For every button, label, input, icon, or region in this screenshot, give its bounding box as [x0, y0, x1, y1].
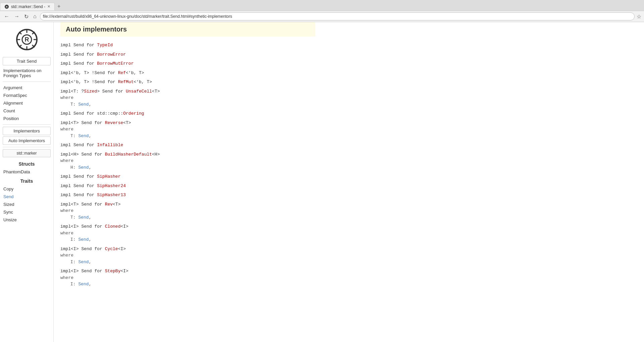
- sidebar-item-argument[interactable]: Argument: [0, 84, 53, 92]
- svg-text:R: R: [24, 36, 29, 43]
- type-link-siphasher24[interactable]: SipHasher24: [97, 183, 126, 188]
- type-link-ref[interactable]: Ref: [118, 70, 126, 75]
- impl-block-4: impl<'b, T> !Send for Ref<'b, T>: [60, 70, 315, 76]
- where-body-8: T: Send,: [60, 133, 315, 139]
- impl-line-4: impl<'b, T> !Send for Ref<'b, T>: [60, 70, 315, 76]
- impl-block-6: impl<T: ?Sized> Send for UnsafeCell<T> w…: [60, 88, 315, 108]
- impl-line-15: impl<I> Send for Cloned<I>: [60, 223, 315, 230]
- where-clause-15: where: [60, 230, 315, 237]
- back-button[interactable]: ←: [3, 13, 11, 20]
- where-clause-16: where: [60, 252, 315, 259]
- where-body-15: I: Send,: [60, 236, 315, 243]
- impl-line-1: impl Send for TypeId: [60, 42, 315, 49]
- type-link-borrowerror[interactable]: BorrowError: [97, 52, 126, 57]
- tab-close-button[interactable]: ✕: [47, 4, 50, 9]
- where-clause-8: where: [60, 126, 315, 133]
- impl-line-16: impl<I> Send for Cycle<I>: [60, 246, 315, 252]
- sidebar-item-count[interactable]: Count: [0, 107, 53, 115]
- where-clause-6: where: [60, 95, 315, 101]
- section-title: Auto implementors: [66, 25, 310, 33]
- send-link-17[interactable]: Send: [78, 282, 89, 287]
- impl-line-9: impl Send for Infallible: [60, 142, 315, 149]
- sidebar-item-position[interactable]: Position: [0, 115, 53, 122]
- forward-button[interactable]: →: [13, 13, 21, 20]
- sidebar-item-impl-foreign[interactable]: Implementations on Foreign Types: [0, 67, 53, 79]
- send-link-14[interactable]: Send: [78, 215, 89, 220]
- sidebar-item-sized[interactable]: Sized: [0, 201, 53, 208]
- type-link-borrowmuterror[interactable]: BorrowMutError: [97, 61, 133, 66]
- where-body-6: T: Send,: [60, 101, 315, 108]
- impl-block-10: impl<H> Send for BuildHasherDefault<H> w…: [60, 151, 315, 171]
- sidebar-item-unsize[interactable]: Unsize: [0, 216, 53, 224]
- address-bar[interactable]: [40, 12, 635, 20]
- sidebar-divider-1: [3, 81, 51, 82]
- impl-line-12: impl Send for SipHasher24: [60, 183, 315, 189]
- type-link-cloned[interactable]: Cloned: [105, 224, 121, 229]
- content-wrapper: Auto implementors impl Send for TypeId i…: [60, 22, 315, 288]
- where-body-17: I: Send,: [60, 281, 315, 288]
- type-link-refmut[interactable]: RefMut: [118, 79, 134, 84]
- sidebar-item-copy[interactable]: Copy: [0, 185, 53, 193]
- tab-bar: R std::marker::Send - ✕ +: [0, 0, 644, 11]
- sidebar-item-sync[interactable]: Sync: [0, 208, 53, 216]
- where-clause-10: where: [60, 158, 315, 164]
- type-link-reverse[interactable]: Reverse: [105, 120, 123, 125]
- impl-line-17: impl<I> Send for StepBy<I>: [60, 268, 315, 275]
- impl-block-11: impl Send for SipHasher: [60, 173, 315, 180]
- trait-send-box[interactable]: Trait Send: [3, 57, 51, 65]
- type-link-siphasher13[interactable]: SipHasher13: [97, 192, 126, 197]
- impl-line-11: impl Send for SipHasher: [60, 173, 315, 180]
- section-header: Auto implementors: [60, 22, 315, 37]
- structs-section-title: Structs: [0, 159, 53, 168]
- impl-line-14: impl<T> Send for Rev<T>: [60, 201, 315, 208]
- type-link-siphasher[interactable]: SipHasher: [97, 174, 120, 179]
- new-tab-button[interactable]: +: [55, 2, 63, 11]
- where-clause-14: where: [60, 208, 315, 214]
- type-link-unsafecell[interactable]: UnsafeCell: [126, 89, 152, 94]
- nav-bar: ← → ↻ ⌂ ☆: [0, 11, 644, 22]
- tab-title: std::marker::Send -: [11, 4, 45, 9]
- sidebar-divider-3: [3, 147, 51, 147]
- send-link-16[interactable]: Send: [78, 260, 89, 265]
- impl-line-7: impl Send for std::cmp::Ordering: [60, 110, 315, 117]
- type-link-rev[interactable]: Rev: [105, 202, 113, 207]
- send-link-15[interactable]: Send: [78, 237, 89, 242]
- type-link-cycle[interactable]: Cycle: [105, 246, 118, 251]
- reload-button[interactable]: ↻: [23, 13, 30, 20]
- sidebar-item-alignment[interactable]: Alignment: [0, 99, 53, 107]
- impl-line-13: impl Send for SipHasher13: [60, 192, 315, 198]
- send-link-6[interactable]: Send: [78, 102, 89, 107]
- implementors-box[interactable]: Implementors: [3, 127, 51, 135]
- impl-block-9: impl Send for Infallible: [60, 142, 315, 149]
- type-link-infallible[interactable]: Infallible: [97, 142, 123, 148]
- impl-block-1: impl Send for TypeId: [60, 42, 315, 49]
- tab-favicon: R: [4, 4, 9, 9]
- impl-line-6: impl<T: ?Sized> Send for UnsafeCell<T>: [60, 88, 315, 95]
- sidebar-item-formatspec[interactable]: FormatSpec: [0, 92, 53, 99]
- impl-line-5: impl<'b, T> !Send for RefMut<'b, T>: [60, 79, 315, 86]
- type-link-typeid[interactable]: TypeId: [97, 43, 113, 48]
- sidebar-item-send[interactable]: Send: [0, 193, 53, 201]
- home-button[interactable]: ⌂: [32, 13, 38, 20]
- active-tab[interactable]: R std::marker::Send - ✕: [0, 3, 55, 10]
- where-body-16: I: Send,: [60, 259, 315, 266]
- type-link-buildhasherdefault[interactable]: BuildHasherDefault: [105, 152, 152, 157]
- sidebar-item-phantomdata[interactable]: PhantomData: [0, 168, 53, 176]
- type-link-ordering[interactable]: Ordering: [123, 111, 144, 116]
- type-link-sized[interactable]: Sized: [84, 89, 97, 94]
- impl-block-12: impl Send for SipHasher24: [60, 183, 315, 189]
- traits-section-title: Traits: [0, 176, 53, 185]
- rust-logo-icon: R: [16, 29, 38, 50]
- module-box[interactable]: std::marker: [3, 149, 51, 157]
- where-clause-17: where: [60, 275, 315, 281]
- send-link-8[interactable]: Send: [78, 133, 89, 138]
- impl-line-2: impl Send for BorrowError: [60, 51, 315, 58]
- bookmark-button[interactable]: ☆: [637, 13, 641, 20]
- sidebar: R Trait Send Implementations on Foreign …: [0, 22, 54, 342]
- send-link-10[interactable]: Send: [78, 165, 89, 170]
- browser-chrome: R std::marker::Send - ✕ + ← → ↻ ⌂ ☆: [0, 0, 644, 22]
- type-link-stepby[interactable]: StepBy: [105, 269, 121, 274]
- impl-block-14: impl<T> Send for Rev<T> where T: Send,: [60, 201, 315, 221]
- impl-block-3: impl Send for BorrowMutError: [60, 60, 315, 67]
- auto-implementors-box[interactable]: Auto Implementors: [3, 136, 51, 145]
